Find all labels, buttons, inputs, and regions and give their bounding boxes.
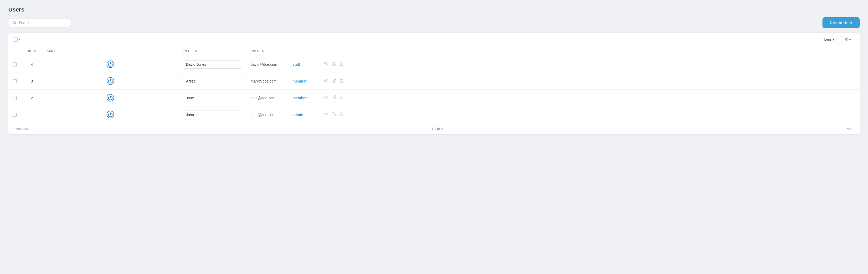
row-power-icon-cell-4 (42, 56, 178, 73)
select-all-dropdown[interactable]: ▾ (13, 37, 21, 42)
role-sort-icon: ⇅ (261, 50, 264, 53)
view-icon-2[interactable] (324, 95, 329, 101)
svg-point-13 (326, 97, 327, 98)
row-name-input-2[interactable] (183, 94, 242, 102)
svg-point-7 (326, 63, 327, 64)
th-checkbox (8, 46, 22, 56)
lens-chevron-icon: ▾ (833, 37, 835, 42)
view-icon-1[interactable] (324, 112, 329, 118)
table-header: ID ⇅ NAME EMAIL ⇅ ROLE ⇅ (8, 46, 860, 56)
row-id-2: 2 (22, 89, 42, 106)
row-role-1: admin (288, 106, 320, 123)
row-checkbox-cell (8, 56, 22, 73)
row-actions-4 (320, 56, 860, 73)
row-checkbox-2[interactable] (12, 96, 17, 100)
row-checkbox-cell (8, 73, 22, 89)
row-checkbox-cell (8, 106, 22, 123)
users-table: ID ⇅ NAME EMAIL ⇅ ROLE ⇅ (8, 46, 860, 123)
edit-icon-4[interactable] (332, 61, 336, 67)
view-icon-3[interactable] (324, 78, 329, 84)
row-role-4: staff (288, 56, 320, 73)
row-power-icon-cell-2 (42, 89, 178, 106)
power-icon-2[interactable] (106, 93, 115, 102)
table-row: 2 jane@doe.com member (8, 89, 860, 106)
svg-line-1 (15, 23, 16, 24)
row-power-icon-cell-1 (42, 106, 178, 123)
th-actions (288, 46, 320, 56)
svg-point-6 (324, 63, 328, 65)
create-user-button[interactable]: Create User (823, 17, 860, 28)
svg-point-12 (324, 96, 328, 99)
table-row: 3 mary@doe.com member (8, 73, 860, 89)
power-icon-4[interactable] (106, 60, 115, 68)
svg-point-16 (326, 113, 327, 114)
row-actions-2 (320, 89, 860, 106)
search-icon (12, 21, 17, 25)
th-email[interactable]: EMAIL ⇅ (178, 46, 246, 56)
edit-icon-1[interactable] (332, 112, 336, 118)
row-checkbox-4[interactable] (12, 62, 17, 66)
filter-chevron-icon: ▾ (849, 37, 851, 42)
svg-point-10 (326, 80, 327, 81)
th-name: NAME (42, 46, 178, 56)
users-table-container: ▾ Lens ▾ ▾ ID ⇅ (8, 33, 860, 134)
view-icon-4[interactable] (324, 61, 329, 67)
search-input[interactable] (19, 21, 67, 25)
power-icon-1[interactable] (106, 110, 115, 119)
lens-label: Lens (824, 37, 832, 42)
row-actions-3 (320, 73, 860, 89)
page-title: Users (8, 6, 860, 13)
search-bar[interactable] (8, 19, 71, 27)
pagination-bar: Previous 1-4 of 4 Next (8, 123, 860, 134)
row-name-cell-3 (178, 73, 246, 89)
row-email-2: jane@doe.com (246, 89, 288, 106)
row-role-2: member (288, 89, 320, 106)
filter-button[interactable]: ▾ (841, 36, 855, 43)
lens-button[interactable]: Lens ▾ (821, 36, 838, 43)
row-name-cell-2 (178, 89, 246, 106)
table-toolbar: ▾ Lens ▾ ▾ (8, 33, 860, 46)
svg-point-9 (324, 79, 328, 82)
delete-icon-2[interactable] (339, 95, 344, 101)
row-power-icon-cell-3 (42, 73, 178, 89)
pagination-info: 1-4 of 4 (431, 127, 443, 131)
row-role-3: member (288, 73, 320, 89)
row-checkbox-3[interactable] (12, 79, 17, 83)
power-icon-3[interactable] (106, 77, 115, 85)
table-body: 4 david@doe.com staff (8, 56, 860, 123)
row-name-input-1[interactable] (183, 111, 242, 119)
filter-icon (844, 38, 848, 42)
row-email-1: john@doe.com (246, 106, 288, 123)
row-id-1: 1 (22, 106, 42, 123)
delete-icon-3[interactable] (339, 78, 344, 84)
top-bar: Create User (8, 17, 860, 28)
svg-point-0 (13, 21, 16, 24)
select-all-chevron-icon: ▾ (19, 38, 21, 41)
svg-point-15 (324, 113, 328, 115)
delete-icon-1[interactable] (339, 112, 344, 118)
row-actions-1 (320, 106, 860, 123)
row-email-4: david@doe.com (246, 56, 288, 73)
select-all-checkbox[interactable] (13, 37, 18, 42)
row-name-input-3[interactable] (183, 77, 242, 85)
table-row: 4 david@doe.com staff (8, 56, 860, 73)
pagination-next-button[interactable]: Next (846, 127, 854, 131)
edit-icon-3[interactable] (332, 78, 336, 84)
pagination-previous-button[interactable]: Previous (14, 127, 28, 131)
row-name-cell-1 (178, 106, 246, 123)
delete-icon-4[interactable] (339, 61, 344, 67)
row-name-input-4[interactable] (183, 60, 242, 68)
th-role[interactable]: ROLE ⇅ (246, 46, 288, 56)
email-sort-icon: ⇅ (195, 50, 197, 53)
th-id[interactable]: ID ⇅ (22, 46, 42, 56)
toolbar-right: Lens ▾ ▾ (821, 36, 855, 43)
row-checkbox-1[interactable] (12, 113, 17, 117)
row-email-3: mary@doe.com (246, 73, 288, 89)
table-row: 1 john@doe.com admin (8, 106, 860, 123)
edit-icon-2[interactable] (332, 95, 336, 101)
row-checkbox-cell (8, 89, 22, 106)
row-id-3: 3 (22, 73, 42, 89)
id-sort-icon: ⇅ (33, 50, 36, 53)
row-id-4: 4 (22, 56, 42, 73)
row-name-cell-4 (178, 56, 246, 73)
